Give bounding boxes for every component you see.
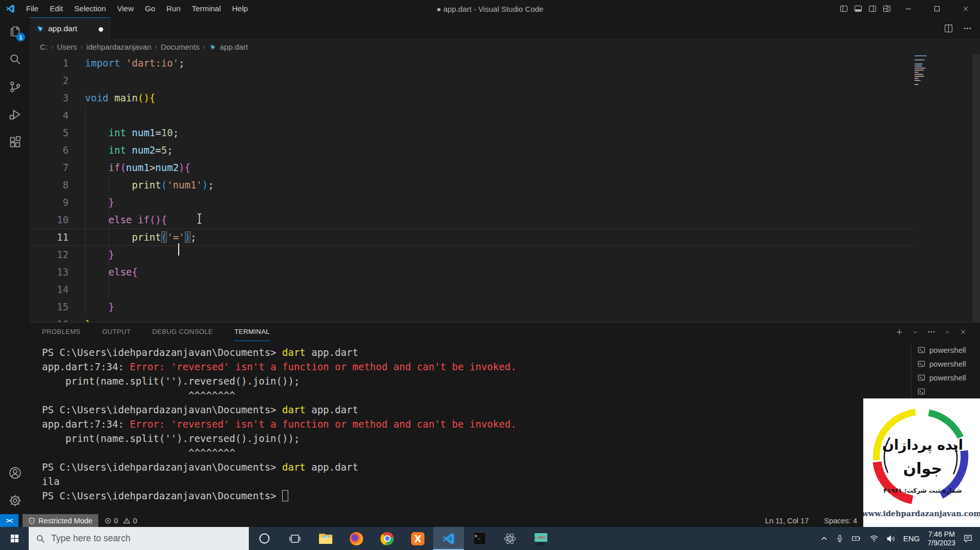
taskbar-app-firefox[interactable] (341, 527, 372, 550)
editor-scrollbar[interactable] (972, 54, 980, 322)
terminal-list-item[interactable] (911, 385, 980, 398)
terminal-list-item[interactable]: powershell (911, 371, 980, 385)
taskbar-search-input[interactable]: Type here to search (29, 527, 249, 550)
activitybar-explorer-icon[interactable]: 1 (0, 17, 30, 45)
activitybar-search-icon[interactable] (0, 45, 30, 73)
split-editor-icon[interactable] (944, 24, 953, 33)
panel-tab-debug-console[interactable]: DEBUG CONSOLE (152, 323, 213, 341)
menu-bar: FileEditSelectionViewGoRunTerminalHelp (20, 0, 253, 17)
code-line-2[interactable]: 2 (30, 72, 914, 89)
menu-edit[interactable]: Edit (44, 0, 69, 17)
code-line-7[interactable]: 7 if(num1>num2){ (30, 159, 914, 176)
new-terminal-icon[interactable] (896, 328, 903, 336)
code-editor[interactable]: 1import 'dart:io';23void main(){45 int n… (30, 54, 980, 322)
action-center-icon[interactable] (963, 534, 973, 543)
breadcrumb-item[interactable]: idehpardazanjavan (87, 43, 152, 51)
code-line-4[interactable]: 4 (30, 107, 914, 124)
activitybar-extensions-icon[interactable] (0, 128, 30, 156)
activitybar-accounts-icon[interactable] (0, 459, 30, 486)
close-panel-icon[interactable] (960, 328, 967, 335)
tray-microphone-icon[interactable] (836, 534, 844, 543)
unsaved-dot-icon[interactable]: ● (98, 26, 104, 31)
problems-summary[interactable]: 0 0 (98, 517, 143, 525)
code-line-1[interactable]: 1import 'dart:io'; (30, 54, 914, 72)
close-button[interactable] (951, 0, 980, 17)
code-line-16[interactable]: 16} (30, 315, 914, 322)
cursor-position[interactable]: Ln 11, Col 17 (765, 517, 808, 525)
minimize-button[interactable] (894, 0, 923, 17)
breadcrumb-item[interactable]: Users (57, 43, 77, 51)
terminal-output[interactable]: PS C:\Users\idehpardazanjavan\Documents>… (42, 345, 517, 503)
terminal-list-item[interactable]: powershell (911, 357, 980, 371)
language-indicator[interactable]: ENG (903, 534, 920, 543)
code-line-5[interactable]: 5 int num1=10; (30, 124, 914, 141)
activitybar-run-debug-icon[interactable] (0, 100, 30, 128)
taskbar-app-task-view[interactable] (280, 527, 310, 550)
breadcrumb-item[interactable]: app.dart (220, 43, 248, 51)
minimap[interactable] (914, 55, 929, 86)
terminal-icon (918, 388, 925, 395)
taskbar-app-vscode[interactable] (433, 527, 464, 550)
menu-terminal[interactable]: Terminal (186, 0, 227, 17)
code-line-6[interactable]: 6 int num2=5; (30, 141, 914, 159)
maximize-button[interactable] (923, 0, 951, 17)
breadcrumb-item[interactable]: C: (40, 43, 48, 51)
code-line-9[interactable]: 9 } (30, 194, 914, 211)
menu-go[interactable]: Go (139, 0, 161, 17)
taskbar-clock[interactable]: 7:46 PM 7/9/2023 (928, 530, 956, 547)
toggle-secondary-sidebar-icon[interactable] (865, 0, 880, 17)
maximize-panel-icon[interactable] (944, 329, 951, 335)
taskbar-app-file-explorer[interactable] (310, 527, 341, 550)
indentation-setting[interactable]: Spaces: 4 (824, 517, 858, 525)
code-line-8[interactable]: 8 print('num1'); (30, 176, 914, 194)
restricted-mode-badge[interactable]: Restricted Mode (23, 514, 98, 527)
toggle-primary-sidebar-icon[interactable] (837, 0, 851, 17)
terminal-list-item[interactable]: powershell (911, 343, 980, 357)
taskbar-app-screen-recorder[interactable]: ● REC (525, 527, 556, 550)
code-line-3[interactable]: 3void main(){ (30, 89, 914, 107)
terminal-line: PS C:\Users\idehpardazanjavan\Documents>… (42, 403, 517, 417)
terminal-line: PS C:\Users\idehpardazanjavan\Documents> (42, 489, 517, 503)
more-actions-icon[interactable] (963, 24, 972, 33)
code-line-12[interactable]: 12 } (30, 246, 914, 263)
taskbar-app-cmd[interactable]: >_ (464, 527, 495, 550)
code-line-15[interactable]: 15 } (30, 298, 914, 315)
customize-layout-icon[interactable] (880, 0, 894, 17)
remote-indicator[interactable]: >< (0, 514, 18, 527)
taskbar-app-cortana[interactable] (249, 527, 280, 550)
panel-tab-terminal[interactable]: TERMINAL (235, 323, 270, 341)
taskbar-app-chrome[interactable] (372, 527, 402, 550)
code-line-13[interactable]: 13 else{ (30, 263, 914, 281)
more-actions-icon[interactable] (927, 328, 935, 336)
breadcrumb-dart-icon (209, 43, 216, 51)
menu-selection[interactable]: Selection (69, 0, 112, 17)
menu-view[interactable]: View (112, 0, 139, 17)
menu-help[interactable]: Help (226, 0, 253, 17)
code-line-11[interactable]: 11 print('='); (30, 228, 914, 246)
tray-chevron-up-icon[interactable] (820, 535, 828, 542)
activitybar-source-control-icon[interactable] (0, 73, 30, 100)
panel-tab-output[interactable]: OUTPUT (102, 323, 131, 341)
panel-tab-problems[interactable]: PROBLEMS (42, 323, 80, 341)
logo-registration: شماره ثبت شرکت: ۴۱۹۶۱ (883, 487, 962, 494)
taskbar-app-electron[interactable] (495, 527, 525, 550)
tab-app-dart[interactable]: app.dart ● (30, 17, 111, 39)
code-line-14[interactable]: 14 (30, 281, 914, 298)
tray-wifi-icon[interactable] (869, 535, 879, 542)
terminal-line: app.dart:7:34: Error: 'reversed' isn't a… (42, 359, 517, 374)
launch-profile-chevron-icon[interactable] (912, 329, 919, 335)
menu-file[interactable]: File (20, 0, 44, 17)
toggle-panel-icon[interactable] (851, 0, 865, 17)
code-line-10[interactable]: 10 else if(){ (30, 211, 914, 228)
titlebar-controls (837, 0, 980, 17)
tray-volume-icon[interactable] (886, 535, 896, 543)
line-number: 12 (30, 246, 69, 263)
activitybar-settings-icon[interactable] (0, 486, 30, 514)
start-button[interactable] (0, 527, 29, 550)
terminal-label: powershell (929, 359, 966, 368)
menu-run[interactable]: Run (161, 0, 186, 17)
breadcrumb-item[interactable]: Documents (161, 43, 200, 51)
taskbar-app-xampp[interactable]: X (402, 527, 433, 550)
tray-battery-icon[interactable] (851, 535, 862, 542)
shield-icon (28, 517, 35, 524)
